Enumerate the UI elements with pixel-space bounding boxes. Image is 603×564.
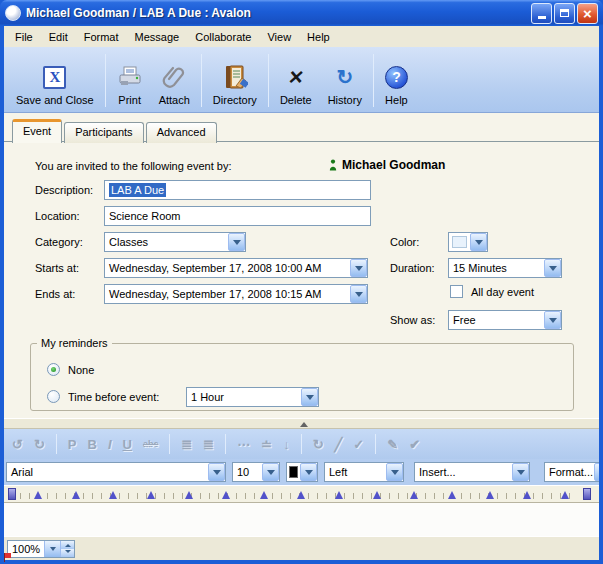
reminder-time-radio[interactable] bbox=[47, 390, 60, 403]
tab-stop-marker[interactable] bbox=[373, 491, 381, 499]
menu-item-format[interactable]: Format bbox=[76, 28, 127, 46]
menu-item-collaborate[interactable]: Collaborate bbox=[187, 28, 259, 46]
show-as-label: Show as: bbox=[390, 314, 435, 326]
tab-stop-marker[interactable] bbox=[260, 491, 268, 499]
zoom-value[interactable]: 100% bbox=[8, 541, 44, 557]
align-select[interactable]: Left bbox=[324, 462, 404, 482]
bold-icon[interactable]: B bbox=[87, 437, 96, 452]
menu-item-edit[interactable]: Edit bbox=[41, 28, 76, 46]
duration-select[interactable]: 15 Minutes bbox=[448, 258, 562, 278]
plain-text-icon[interactable]: P bbox=[68, 437, 77, 452]
toolbar-separator bbox=[268, 54, 269, 107]
location-input[interactable]: Science Room bbox=[104, 206, 371, 226]
print-button[interactable]: Print bbox=[109, 51, 151, 110]
tab-stop-marker[interactable] bbox=[185, 491, 193, 499]
editor-splitter[interactable] bbox=[4, 418, 599, 429]
tab-advanced[interactable]: Advanced bbox=[146, 122, 217, 143]
tab-stop-marker[interactable] bbox=[486, 491, 494, 499]
color-select[interactable] bbox=[448, 232, 488, 252]
ruler[interactable] bbox=[4, 485, 599, 503]
color-label: Color: bbox=[390, 236, 419, 248]
undo-icon[interactable]: ↺ bbox=[12, 437, 23, 452]
window-body: File Edit Format Message Collaborate Vie… bbox=[4, 26, 599, 560]
category-select[interactable]: Classes bbox=[104, 232, 246, 252]
ends-at-select[interactable]: Wednesday, September 17, 2008 10:15 AM bbox=[104, 284, 368, 304]
status-bar: 100% bbox=[4, 536, 599, 560]
insert-below-icon[interactable]: ↓ bbox=[283, 437, 290, 452]
color-swatch bbox=[452, 236, 467, 248]
menu-item-message[interactable]: Message bbox=[127, 28, 188, 46]
italic-icon[interactable]: I bbox=[108, 437, 112, 452]
line-spacing-icon[interactable]: ≐ bbox=[261, 437, 272, 452]
tab-event[interactable]: Event bbox=[12, 119, 62, 143]
font-toolbar: Arial 10 Left Insert... Format... bbox=[4, 459, 599, 485]
help-icon: ? bbox=[385, 66, 408, 89]
reminder-time-select[interactable]: 1 Hour bbox=[186, 387, 319, 407]
dropdown-arrow-icon bbox=[544, 259, 561, 277]
zoom-dropdown-arrow-icon[interactable] bbox=[44, 541, 60, 557]
tab-stop-marker[interactable] bbox=[147, 491, 155, 499]
dropdown-arrow-icon bbox=[544, 311, 561, 329]
strikethrough-icon[interactable]: abc bbox=[143, 439, 159, 449]
minimize-icon bbox=[538, 16, 546, 19]
reminder-none-radio[interactable] bbox=[47, 363, 60, 376]
starts-at-select[interactable]: Wednesday, September 17, 2008 10:00 AM bbox=[104, 258, 368, 278]
directory-button[interactable]: Directory bbox=[205, 51, 265, 110]
duration-label: Duration: bbox=[390, 262, 435, 274]
zoom-decrease-button[interactable] bbox=[61, 549, 74, 557]
spellcheck-icon[interactable]: ✔ bbox=[409, 437, 420, 452]
signature-icon[interactable]: ✎ bbox=[387, 437, 398, 452]
menu-item-file[interactable]: File bbox=[7, 28, 41, 46]
right-margin-marker[interactable] bbox=[583, 488, 591, 500]
maximize-icon bbox=[560, 9, 569, 17]
underline-icon[interactable]: U bbox=[123, 437, 132, 452]
tab-participants[interactable]: Participants bbox=[64, 122, 143, 143]
tab-stop-marker[interactable] bbox=[297, 491, 305, 499]
check-icon[interactable]: ✓ bbox=[353, 437, 364, 452]
message-body-editor[interactable] bbox=[4, 503, 599, 536]
category-label: Category: bbox=[35, 236, 83, 248]
left-margin-marker[interactable] bbox=[8, 488, 16, 500]
description-input[interactable]: LAB A Due bbox=[104, 180, 371, 200]
delete-button[interactable]: × Delete bbox=[272, 51, 320, 110]
menu-item-help[interactable]: Help bbox=[299, 28, 338, 46]
font-size-select[interactable]: 10 bbox=[232, 462, 280, 482]
redo-icon[interactable]: ↻ bbox=[34, 437, 45, 452]
delete-icon: × bbox=[287, 65, 304, 89]
dropdown-arrow-icon bbox=[300, 463, 317, 481]
close-button[interactable]: × bbox=[577, 3, 598, 24]
attach-button[interactable]: Attach bbox=[151, 51, 198, 110]
tab-stop-marker[interactable] bbox=[109, 491, 117, 499]
tab-stops-icon[interactable]: ⋯ bbox=[237, 437, 250, 452]
tab-stop-marker[interactable] bbox=[561, 491, 569, 499]
save-and-close-button[interactable]: X Save and Close bbox=[8, 51, 102, 110]
tab-stop-marker[interactable] bbox=[410, 491, 418, 499]
description-selected-text: LAB A Due bbox=[109, 183, 166, 197]
menu-item-view[interactable]: View bbox=[259, 28, 299, 46]
help-button[interactable]: ? Help bbox=[377, 51, 416, 110]
show-as-select[interactable]: Free bbox=[448, 310, 562, 330]
rotate-icon[interactable]: ↻ bbox=[313, 437, 324, 452]
application-window: Michael Goodman / LAB A Due : Avalon × F… bbox=[0, 0, 603, 564]
tab-stop-marker[interactable] bbox=[34, 491, 42, 499]
zoom-increase-button[interactable] bbox=[61, 541, 74, 549]
insert-select[interactable]: Insert... bbox=[414, 462, 530, 482]
dropdown-arrow-icon bbox=[470, 233, 487, 251]
tab-stop-marker[interactable] bbox=[72, 491, 80, 499]
minimize-button[interactable] bbox=[531, 3, 552, 24]
font-color-select[interactable] bbox=[286, 462, 318, 482]
description-label: Description: bbox=[35, 184, 93, 196]
draw-line-icon[interactable]: ╱ bbox=[335, 437, 343, 452]
all-day-checkbox[interactable] bbox=[450, 285, 463, 298]
font-family-select[interactable]: Arial bbox=[6, 462, 226, 482]
tab-stop-marker[interactable] bbox=[335, 491, 343, 499]
indent-icon[interactable]: ≣ bbox=[181, 437, 192, 452]
history-button[interactable]: ↻ History bbox=[320, 51, 370, 110]
tab-stop-marker[interactable] bbox=[448, 491, 456, 499]
tab-stop-marker[interactable] bbox=[222, 491, 230, 499]
maximize-button[interactable] bbox=[554, 3, 575, 24]
format-select[interactable]: Format... bbox=[544, 462, 599, 482]
outdent-icon[interactable]: ≣ bbox=[203, 437, 214, 452]
tab-stop-marker[interactable] bbox=[523, 491, 531, 499]
dropdown-arrow-icon bbox=[350, 259, 367, 277]
